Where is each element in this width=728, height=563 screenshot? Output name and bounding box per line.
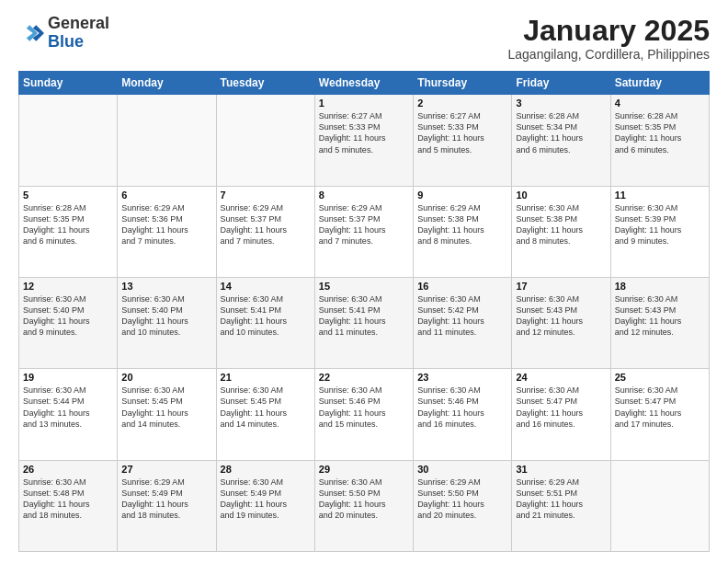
day-number: 3 xyxy=(516,98,606,109)
calendar-day-header: Tuesday xyxy=(216,72,314,95)
calendar-cell: 25Sunrise: 6:30 AM Sunset: 5:47 PM Dayli… xyxy=(610,369,709,460)
day-info: Sunrise: 6:30 AM Sunset: 5:42 PM Dayligh… xyxy=(417,293,507,339)
calendar-cell: 21Sunrise: 6:30 AM Sunset: 5:45 PM Dayli… xyxy=(216,369,314,460)
calendar-cell: 29Sunrise: 6:30 AM Sunset: 5:50 PM Dayli… xyxy=(314,460,413,551)
day-number: 12 xyxy=(23,281,113,292)
calendar-cell: 26Sunrise: 6:30 AM Sunset: 5:48 PM Dayli… xyxy=(19,460,118,551)
calendar-day-header: Wednesday xyxy=(314,72,413,95)
day-number: 22 xyxy=(319,372,409,383)
day-info: Sunrise: 6:30 AM Sunset: 5:39 PM Dayligh… xyxy=(615,202,705,247)
calendar-cell: 14Sunrise: 6:30 AM Sunset: 5:41 PM Dayli… xyxy=(216,277,314,368)
day-number: 9 xyxy=(417,190,507,201)
day-number: 6 xyxy=(121,190,211,201)
logo-icon xyxy=(18,20,44,46)
calendar-cell xyxy=(610,460,709,551)
day-info: Sunrise: 6:30 AM Sunset: 5:40 PM Dayligh… xyxy=(121,293,211,339)
day-info: Sunrise: 6:28 AM Sunset: 5:35 PM Dayligh… xyxy=(23,202,113,247)
day-number: 8 xyxy=(319,190,409,201)
calendar-week-row: 12Sunrise: 6:30 AM Sunset: 5:40 PM Dayli… xyxy=(19,277,710,368)
calendar-cell: 20Sunrise: 6:30 AM Sunset: 5:45 PM Dayli… xyxy=(118,369,216,460)
day-number: 23 xyxy=(417,372,507,383)
logo-blue: Blue xyxy=(48,32,84,51)
day-number: 16 xyxy=(417,281,507,292)
day-number: 2 xyxy=(417,98,507,109)
calendar-cell: 13Sunrise: 6:30 AM Sunset: 5:40 PM Dayli… xyxy=(118,277,216,368)
logo-text: General Blue xyxy=(48,15,109,52)
day-info: Sunrise: 6:30 AM Sunset: 5:46 PM Dayligh… xyxy=(417,385,507,430)
day-number: 18 xyxy=(615,281,705,292)
day-number: 17 xyxy=(516,281,606,292)
calendar-cell: 22Sunrise: 6:30 AM Sunset: 5:46 PM Dayli… xyxy=(314,369,413,460)
calendar-cell: 2Sunrise: 6:27 AM Sunset: 5:33 PM Daylig… xyxy=(414,95,512,186)
day-info: Sunrise: 6:30 AM Sunset: 5:41 PM Dayligh… xyxy=(221,293,311,339)
calendar-cell: 9Sunrise: 6:29 AM Sunset: 5:38 PM Daylig… xyxy=(414,186,512,277)
day-number: 1 xyxy=(319,98,409,109)
calendar-cell: 12Sunrise: 6:30 AM Sunset: 5:40 PM Dayli… xyxy=(19,277,118,368)
day-info: Sunrise: 6:30 AM Sunset: 5:43 PM Dayligh… xyxy=(516,293,606,339)
calendar-cell: 23Sunrise: 6:30 AM Sunset: 5:46 PM Dayli… xyxy=(414,369,512,460)
day-number: 30 xyxy=(417,464,507,475)
day-info: Sunrise: 6:30 AM Sunset: 5:47 PM Dayligh… xyxy=(516,385,606,430)
calendar-day-header: Thursday xyxy=(414,72,512,95)
calendar-cell: 8Sunrise: 6:29 AM Sunset: 5:37 PM Daylig… xyxy=(314,186,413,277)
calendar-cell xyxy=(216,95,314,186)
day-info: Sunrise: 6:30 AM Sunset: 5:49 PM Dayligh… xyxy=(221,477,311,522)
page: General Blue January 2025 Lagangilang, C… xyxy=(0,0,728,563)
day-info: Sunrise: 6:29 AM Sunset: 5:51 PM Dayligh… xyxy=(516,477,606,522)
day-number: 11 xyxy=(615,190,705,201)
calendar-cell: 1Sunrise: 6:27 AM Sunset: 5:33 PM Daylig… xyxy=(314,95,413,186)
calendar-cell: 7Sunrise: 6:29 AM Sunset: 5:37 PM Daylig… xyxy=(216,186,314,277)
calendar-header-row: SundayMondayTuesdayWednesdayThursdayFrid… xyxy=(19,72,710,95)
calendar-week-row: 26Sunrise: 6:30 AM Sunset: 5:48 PM Dayli… xyxy=(19,460,710,551)
title-block: January 2025 Lagangilang, Cordillera, Ph… xyxy=(508,15,710,62)
day-number: 27 xyxy=(121,464,211,475)
calendar-cell: 17Sunrise: 6:30 AM Sunset: 5:43 PM Dayli… xyxy=(512,277,610,368)
calendar-cell: 30Sunrise: 6:29 AM Sunset: 5:50 PM Dayli… xyxy=(414,460,512,551)
calendar-week-row: 19Sunrise: 6:30 AM Sunset: 5:44 PM Dayli… xyxy=(19,369,710,460)
calendar-cell: 6Sunrise: 6:29 AM Sunset: 5:36 PM Daylig… xyxy=(118,186,216,277)
calendar-table: SundayMondayTuesdayWednesdayThursdayFrid… xyxy=(18,71,710,552)
day-number: 4 xyxy=(615,98,705,109)
calendar-cell: 5Sunrise: 6:28 AM Sunset: 5:35 PM Daylig… xyxy=(19,186,118,277)
calendar-cell: 4Sunrise: 6:28 AM Sunset: 5:35 PM Daylig… xyxy=(610,95,709,186)
calendar-cell xyxy=(19,95,118,186)
day-number: 24 xyxy=(516,372,606,383)
day-info: Sunrise: 6:30 AM Sunset: 5:47 PM Dayligh… xyxy=(615,385,705,430)
calendar-day-header: Sunday xyxy=(19,72,118,95)
day-info: Sunrise: 6:28 AM Sunset: 5:35 PM Dayligh… xyxy=(615,110,705,155)
day-number: 21 xyxy=(221,372,311,383)
day-number: 28 xyxy=(221,464,311,475)
day-info: Sunrise: 6:30 AM Sunset: 5:48 PM Dayligh… xyxy=(23,477,113,522)
day-info: Sunrise: 6:30 AM Sunset: 5:43 PM Dayligh… xyxy=(615,293,705,339)
day-info: Sunrise: 6:30 AM Sunset: 5:45 PM Dayligh… xyxy=(121,385,211,430)
day-number: 14 xyxy=(221,281,311,292)
calendar-cell: 16Sunrise: 6:30 AM Sunset: 5:42 PM Dayli… xyxy=(414,277,512,368)
day-info: Sunrise: 6:30 AM Sunset: 5:41 PM Dayligh… xyxy=(319,293,409,339)
calendar-week-row: 5Sunrise: 6:28 AM Sunset: 5:35 PM Daylig… xyxy=(19,186,710,277)
calendar-cell: 28Sunrise: 6:30 AM Sunset: 5:49 PM Dayli… xyxy=(216,460,314,551)
day-info: Sunrise: 6:30 AM Sunset: 5:44 PM Dayligh… xyxy=(23,385,113,430)
day-info: Sunrise: 6:29 AM Sunset: 5:37 PM Dayligh… xyxy=(319,202,409,247)
logo-general: General xyxy=(48,14,109,32)
day-number: 7 xyxy=(221,190,311,201)
calendar-cell: 15Sunrise: 6:30 AM Sunset: 5:41 PM Dayli… xyxy=(314,277,413,368)
day-number: 15 xyxy=(319,281,409,292)
calendar-cell: 3Sunrise: 6:28 AM Sunset: 5:34 PM Daylig… xyxy=(512,95,610,186)
header: General Blue January 2025 Lagangilang, C… xyxy=(18,15,710,62)
calendar-day-header: Monday xyxy=(118,72,216,95)
calendar-cell: 18Sunrise: 6:30 AM Sunset: 5:43 PM Dayli… xyxy=(610,277,709,368)
day-number: 31 xyxy=(516,464,606,475)
day-number: 20 xyxy=(121,372,211,383)
day-number: 13 xyxy=(121,281,211,292)
day-number: 26 xyxy=(23,464,113,475)
day-info: Sunrise: 6:29 AM Sunset: 5:36 PM Dayligh… xyxy=(121,202,211,247)
day-info: Sunrise: 6:29 AM Sunset: 5:50 PM Dayligh… xyxy=(417,477,507,522)
day-info: Sunrise: 6:29 AM Sunset: 5:37 PM Dayligh… xyxy=(221,202,311,247)
day-info: Sunrise: 6:30 AM Sunset: 5:40 PM Dayligh… xyxy=(23,293,113,339)
calendar-week-row: 1Sunrise: 6:27 AM Sunset: 5:33 PM Daylig… xyxy=(19,95,710,186)
day-info: Sunrise: 6:30 AM Sunset: 5:50 PM Dayligh… xyxy=(319,477,409,522)
month-title: January 2025 xyxy=(508,15,710,47)
calendar-cell: 31Sunrise: 6:29 AM Sunset: 5:51 PM Dayli… xyxy=(512,460,610,551)
day-info: Sunrise: 6:30 AM Sunset: 5:45 PM Dayligh… xyxy=(221,385,311,430)
calendar-day-header: Saturday xyxy=(610,72,709,95)
